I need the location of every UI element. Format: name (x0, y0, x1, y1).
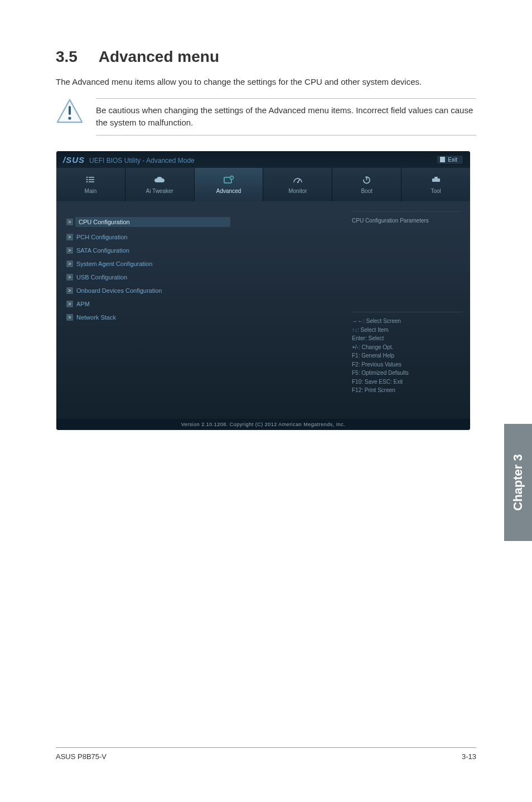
bios-screenshot: /SUS UEFI BIOS Utility - Advanced Mode E… (56, 151, 470, 430)
tab-ai-tweaker[interactable]: Ai Tweaker (125, 168, 195, 201)
section-heading: 3.5 Advanced menu (56, 48, 476, 66)
chevron-right-icon: > (66, 314, 73, 321)
menu-pch-configuration[interactable]: > PCH Configuration (66, 234, 334, 240)
bios-title: UEFI BIOS Utility - Advanced Mode (89, 157, 195, 165)
chevron-right-icon: > (66, 247, 73, 254)
menu-label: CPU Configuration (75, 217, 230, 227)
chevron-right-icon: > (66, 260, 73, 267)
chevron-right-icon: > (66, 234, 73, 240)
tab-tool[interactable]: Tool (402, 168, 470, 201)
intro-text: The Advanced menu items allow you to cha… (56, 76, 476, 88)
menu-onboard-devices-configuration[interactable]: > Onboard Devices Configuration (66, 287, 334, 294)
key-line: ↑↓: Select Item (352, 326, 462, 335)
tab-advanced[interactable]: i Advanced (195, 168, 264, 201)
svg-rect-5 (89, 179, 94, 180)
svg-point-4 (86, 179, 88, 181)
menu-label: System Agent Configuration (76, 260, 152, 267)
chevron-right-icon: > (66, 287, 73, 294)
tab-main[interactable]: Main (56, 168, 125, 201)
menu-network-stack[interactable]: > Network Stack (66, 314, 334, 321)
tab-label: Tool (431, 188, 441, 194)
tab-label: Advanced (216, 188, 241, 194)
cloud-icon (154, 175, 165, 184)
chevron-right-icon: > (66, 301, 73, 307)
menu-label: Onboard Devices Configuration (76, 287, 162, 294)
menu-usb-configuration[interactable]: > USB Configuration (66, 274, 334, 281)
menu-label: USB Configuration (76, 274, 127, 281)
tab-boot[interactable]: Boot (332, 168, 402, 201)
tool-icon (431, 175, 441, 184)
bios-help-panel: CPU Configuration Parameters →←: Select … (344, 201, 470, 419)
svg-rect-7 (89, 181, 94, 182)
key-line: F1: General Help (352, 351, 462, 360)
footer-left: ASUS P8B75-V (56, 752, 107, 761)
chip-icon: i (224, 175, 234, 184)
key-line: Enter: Select (352, 334, 462, 343)
bios-titlebar: /SUS UEFI BIOS Utility - Advanced Mode E… (56, 151, 470, 168)
bios-footer: Version 2.10.1208. Copyright (C) 2012 Am… (56, 419, 470, 430)
svg-rect-3 (89, 177, 94, 178)
key-legend: →←: Select Screen ↑↓: Select Item Enter:… (352, 312, 462, 395)
key-line: F10: Save ESC: Exit (352, 378, 462, 386)
exit-label: Exit (448, 157, 457, 163)
svg-point-2 (86, 177, 88, 178)
chapter-tab-label: Chapter 3 (511, 454, 525, 510)
tab-label: Main (85, 188, 97, 194)
key-line: →←: Select Screen (352, 317, 462, 326)
caution-icon (56, 98, 84, 124)
key-line: F12: Print Screen (352, 386, 462, 395)
bios-tabs: Main Ai Tweaker i Advanced Monitor (56, 168, 470, 201)
svg-rect-16 (434, 177, 438, 178)
menu-label: Network Stack (76, 314, 116, 321)
svg-point-12 (297, 182, 299, 183)
asus-logo: /SUS (63, 155, 85, 165)
footer-right: 3-13 (462, 752, 476, 761)
key-line: F5: Optimized Defaults (352, 369, 462, 378)
svg-point-1 (68, 117, 71, 119)
tab-label: Boot (361, 188, 373, 194)
svg-text:i: i (231, 177, 232, 180)
key-line: F2: Previous Values (352, 360, 462, 369)
menu-system-agent-configuration[interactable]: > System Agent Configuration (66, 260, 334, 267)
menu-label: APM (76, 301, 90, 307)
menu-label: SATA Configuration (76, 247, 129, 254)
tab-monitor[interactable]: Monitor (263, 168, 332, 201)
menu-cpu-configuration[interactable]: > CPU Configuration (66, 217, 334, 227)
caution-box: Be cautious when changing the settings o… (56, 98, 476, 136)
chevron-right-icon: > (66, 274, 73, 281)
svg-point-6 (86, 181, 88, 183)
help-title: CPU Configuration Parameters (352, 211, 462, 312)
svg-rect-15 (432, 178, 440, 182)
chevron-right-icon: > (66, 219, 73, 225)
chapter-tab: Chapter 3 (504, 424, 532, 541)
svg-rect-0 (69, 106, 71, 115)
section-number: 3.5 (56, 48, 78, 66)
bios-menu-list: > CPU Configuration > PCH Configuration … (56, 201, 344, 419)
exit-button[interactable]: Exit (436, 155, 463, 165)
section-title-text: Advanced menu (99, 48, 219, 66)
tab-label: Monitor (288, 188, 307, 194)
power-icon (362, 175, 371, 184)
menu-apm[interactable]: > APM (66, 301, 334, 307)
gauge-icon (293, 175, 303, 184)
menu-label: PCH Configuration (76, 234, 128, 240)
tab-label: Ai Tweaker (146, 188, 173, 194)
key-line: +/-: Change Opt. (352, 343, 462, 352)
caution-text: Be cautious when changing the settings o… (96, 98, 476, 136)
list-icon (86, 175, 95, 184)
page-footer: ASUS P8B75-V 3-13 (56, 747, 476, 761)
menu-sata-configuration[interactable]: > SATA Configuration (66, 247, 334, 254)
exit-icon (440, 157, 445, 162)
bios-logo-title: /SUS UEFI BIOS Utility - Advanced Mode (63, 155, 195, 165)
